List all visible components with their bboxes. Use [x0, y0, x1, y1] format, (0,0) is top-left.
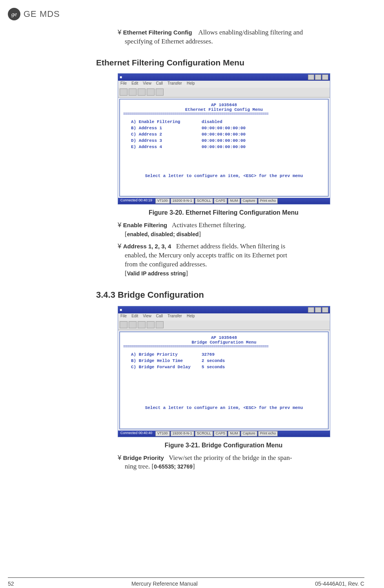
status-connection: Connected 00:40:19: [118, 198, 155, 204]
status-item: NUM: [228, 431, 240, 436]
toolbar-button-icon[interactable]: [147, 321, 155, 328]
term-row-enable-filtering[interactable]: A) Enable Filtering disabled: [123, 119, 325, 125]
range-text: 0-65535; 32769: [154, 463, 193, 470]
bullet-marker: ¥: [118, 454, 121, 461]
ge-logo-icon: ge: [8, 8, 20, 20]
term-key: E) Address 4: [131, 145, 202, 149]
menu-edit[interactable]: Edit: [131, 314, 138, 320]
menu-help[interactable]: Help: [187, 81, 195, 87]
terminal-body-2: AP 1035648 Bridge Configuration Menu ===…: [119, 331, 329, 429]
section-heading-ethernet: Ethernet Filtering Configuration Menu: [96, 58, 364, 67]
bullet-marker: ¥: [118, 29, 121, 36]
bullet-enable-filtering: ¥ Enable Filtering Activates Ethernet fi…: [118, 221, 364, 239]
menu-call[interactable]: Call: [156, 314, 163, 320]
desc-and-range: ning tree. [0-65535; 32769]: [125, 462, 364, 471]
desc-line1: Allows enabling/disabling filtering and: [198, 29, 303, 36]
toolbar-button-icon[interactable]: [120, 321, 127, 328]
term-row-address2[interactable]: C) Address 2 00:00:00:00:00:00: [123, 131, 325, 138]
term-key: D) Address 3: [131, 138, 202, 143]
bullet-marker: ¥: [118, 221, 121, 229]
status-connection: Connected 00:40:40: [118, 431, 155, 437]
intro-bullet-block: ¥ Ethernet Filtering Config Allows enabl…: [118, 28, 364, 46]
bracket-close: ]: [199, 230, 201, 238]
terminal-body-1: AP 1035648 Ethernet Filtering Config Men…: [119, 99, 329, 197]
term-divider: ========================================…: [123, 112, 325, 116]
page-number: 52: [8, 581, 14, 587]
desc-text: Activates Ethernet filtering.: [172, 221, 246, 229]
toolbar-2: [118, 320, 330, 330]
range-text: Valid IP address string: [127, 270, 186, 277]
toolbar-button-icon[interactable]: [156, 321, 164, 328]
maximize-icon[interactable]: [315, 74, 321, 80]
term-row-address3[interactable]: D) Address 3 00:00:00:00:00:00: [123, 138, 325, 144]
page-header: ge GE MDS: [8, 8, 364, 20]
bullet-ethernet-filtering-config: ¥ Ethernet Filtering Config Allows enabl…: [118, 28, 364, 46]
term-row-bridge-priority[interactable]: A) Bridge Priority 32769: [123, 351, 325, 358]
menu-view[interactable]: View: [143, 81, 151, 87]
titlebar-1: ■: [118, 74, 330, 81]
term-menu-title: Ethernet Filtering Config Menu: [123, 107, 325, 112]
desc-line3: from the configured addresses.: [125, 260, 364, 269]
close-icon[interactable]: [322, 74, 328, 80]
menu-edit[interactable]: Edit: [131, 81, 138, 87]
desc-line2: ning tree.: [125, 463, 151, 470]
toolbar-button-icon[interactable]: [156, 89, 164, 96]
menu-file[interactable]: File: [120, 81, 127, 87]
menu-view[interactable]: View: [143, 314, 151, 320]
maximize-icon[interactable]: [315, 307, 321, 313]
menu-call[interactable]: Call: [156, 81, 163, 87]
status-item: Print echo: [258, 198, 278, 204]
status-item: SCROLL: [195, 198, 213, 204]
titlebar-2: ■: [118, 306, 330, 313]
minimize-icon[interactable]: [308, 74, 314, 80]
term-row-bridge-hello[interactable]: B) Bridge Hello Time 2 seconds: [123, 358, 325, 364]
desc-line1: View/set the priority of the bridge in t…: [169, 454, 292, 461]
minimize-icon[interactable]: [308, 307, 314, 313]
terminal-window-2: ■ File Edit View Call Transfer Help AP 1…: [118, 306, 330, 437]
status-item: Capture: [241, 198, 257, 204]
status-item: SCROLL: [195, 431, 213, 436]
figure-caption-2: Figure 3-21. Bridge Configuration Menu: [118, 442, 329, 449]
menu-file[interactable]: File: [120, 314, 127, 320]
statusbar-2: Connected 00:40:40 VT100 19200 8-N-1 SCR…: [118, 431, 330, 437]
term-key: B) Address 1: [131, 126, 202, 130]
term-val: 2 seconds: [202, 358, 225, 363]
bullet-label: Address 1, 2, 3, 4: [123, 243, 171, 250]
term-key: B) Bridge Hello Time: [131, 358, 202, 363]
bullet-desc: Activates Ethernet filtering.: [169, 221, 246, 229]
desc-line1: Ethernet address fields. When filtering …: [176, 242, 285, 250]
term-val: 00:00:00:00:00:00: [202, 126, 246, 130]
toolbar-button-icon[interactable]: [138, 321, 146, 328]
desc-line2: enabled, the Mercury only accepts traffi…: [125, 251, 364, 260]
brand-text: GE MDS: [24, 9, 60, 19]
term-val: 5 seconds: [202, 365, 225, 369]
toolbar-button-icon[interactable]: [129, 89, 136, 96]
page-container: ge GE MDS ¥ Ethernet Filtering Config Al…: [0, 0, 384, 588]
toolbar-button-icon[interactable]: [129, 321, 136, 328]
term-val: 32769: [202, 352, 215, 357]
toolbar-button-icon[interactable]: [138, 89, 146, 96]
bullets-after-fig2: ¥ Bridge Priority View/set the priority …: [118, 454, 364, 472]
close-icon[interactable]: [322, 307, 328, 313]
bullet-label: Enable Filtering: [123, 222, 167, 228]
bullets-after-fig1: ¥ Enable Filtering Activates Ethernet fi…: [118, 221, 364, 278]
term-row-bridge-fwd-delay[interactable]: C) Bridge Forward Delay 5 seconds: [123, 364, 325, 370]
titlebar-buttons: [308, 307, 328, 313]
menu-transfer[interactable]: Transfer: [167, 314, 182, 320]
term-device-header: AP 1035648: [123, 103, 325, 107]
footer-title: Mercury Reference Manual: [131, 581, 198, 587]
term-row-address4[interactable]: E) Address 4 00:00:00:00:00:00: [123, 144, 325, 150]
term-val: 00:00:00:00:00:00: [202, 145, 246, 149]
term-row-address1[interactable]: B) Address 1 00:00:00:00:00:00: [123, 125, 325, 131]
figure-caption-1: Figure 3-20. Ethernet Filtering Configur…: [118, 209, 329, 216]
menu-help[interactable]: Help: [187, 314, 195, 320]
term-menu-title: Bridge Configuration Menu: [123, 340, 325, 345]
bullet-bridge-priority: ¥ Bridge Priority View/set the priority …: [118, 454, 364, 472]
toolbar-button-icon[interactable]: [147, 89, 155, 96]
range-line: [Valid IP address string]: [125, 269, 364, 278]
status-item: CAPS: [214, 198, 227, 204]
status-item: VT100: [155, 431, 170, 436]
bullet-desc: Allows enabling/disabling filtering and: [194, 29, 303, 36]
menu-transfer[interactable]: Transfer: [167, 81, 182, 87]
toolbar-button-icon[interactable]: [120, 89, 127, 96]
